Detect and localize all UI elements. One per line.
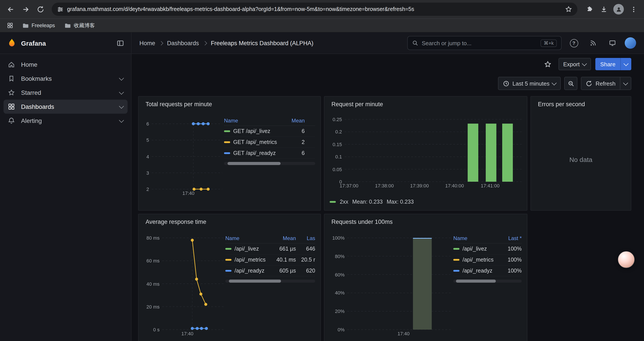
search-shortcut-kbd: ⌘+k [540, 39, 557, 47]
time-range-picker[interactable]: Last 5 minutes [498, 77, 561, 90]
legend-series-name[interactable]: /api/_metrics [225, 257, 266, 263]
legend-column-header[interactable]: Las [296, 235, 315, 241]
downloads-icon[interactable] [597, 2, 611, 16]
legend-h-scrollbar[interactable] [224, 162, 315, 165]
x-axis-tick: 17:41:00 [481, 183, 500, 188]
panel-title[interactable]: Errors per second [536, 100, 626, 109]
bookmark-star-icon[interactable] [565, 6, 572, 13]
legend-series-name[interactable]: /api/_readyz [453, 268, 496, 274]
forward-button[interactable] [18, 2, 32, 16]
plot-area[interactable] [162, 238, 224, 329]
bookmark-folder-freeleaps[interactable]: Freeleaps [19, 21, 58, 30]
timeseries-chart[interactable]: 65432 17:40 [144, 124, 222, 196]
y-axis-tick: 40 ms [146, 281, 160, 286]
sidebar-item-starred[interactable]: Starred [4, 86, 128, 100]
bookmark-label: Freeleaps [32, 22, 55, 29]
legend-h-scrollbar[interactable] [453, 279, 522, 283]
refresh-button[interactable]: Refresh [581, 77, 631, 90]
panel-title[interactable]: Average response time [144, 218, 315, 226]
legend-series-name[interactable]: /api/_livez [225, 246, 266, 252]
legend-column-header[interactable]: Name [224, 118, 283, 124]
back-button[interactable] [4, 2, 18, 16]
help-button[interactable] [567, 36, 581, 50]
scrollbar-thumb[interactable] [456, 279, 496, 283]
search-input[interactable]: Search or jump to... ⌘+k [407, 36, 562, 50]
chevron-down-icon[interactable] [119, 90, 124, 95]
search-icon [412, 40, 418, 46]
scrollbar-thumb[interactable] [228, 162, 280, 165]
grafana-logo[interactable] [7, 38, 17, 48]
legend-column-header[interactable]: Mean [283, 118, 305, 124]
home-icon [8, 61, 16, 68]
reload-button[interactable] [33, 2, 47, 16]
legend-series-name[interactable]: /api/_livez [453, 246, 496, 252]
sidebar-item-home[interactable]: Home [4, 58, 128, 72]
url-text[interactable]: grafana.mathmast.com/d/deytv4rwavabkb/fr… [67, 6, 414, 12]
favorite-star-button[interactable] [542, 58, 554, 70]
export-button[interactable]: Export [558, 58, 591, 70]
plot-area[interactable] [344, 119, 522, 182]
zoom-out-button[interactable] [564, 77, 578, 90]
legend-series-name[interactable]: GET /api/_metrics [224, 139, 283, 145]
extensions-icon[interactable] [582, 2, 596, 16]
screen: grafana.mathmast.com/d/deytv4rwavabkb/fr… [0, 0, 644, 341]
news-rss-button[interactable] [586, 36, 600, 50]
url-bar[interactable]: grafana.mathmast.com/d/deytv4rwavabkb/fr… [52, 3, 577, 16]
y-axis-tick: 60 ms [146, 258, 160, 263]
y-axis-tick: 0.15 [332, 142, 342, 147]
sidebar-item-alerting[interactable]: Alerting [4, 114, 128, 128]
y-axis-tick: 40% [335, 290, 344, 295]
folder-icon [65, 22, 71, 29]
chevron-down-icon[interactable] [119, 104, 124, 109]
breadcrumb-current: Freeleaps Metrics Dashboard (ALPHA) [211, 40, 314, 46]
chevron-down-icon[interactable] [119, 118, 124, 123]
timeseries-chart[interactable]: 80 ms60 ms40 ms20 ms0 s 17:40 [144, 238, 224, 336]
sidebar-item-bookmarks[interactable]: Bookmarks [4, 72, 128, 86]
site-settings-icon[interactable] [57, 6, 64, 13]
refresh-interval-toggle[interactable] [620, 77, 631, 90]
sidebar-item-dashboards[interactable]: Dashboards [4, 100, 128, 114]
panel-title[interactable]: Request per minute [330, 100, 522, 109]
legend-column-header[interactable]: Name [225, 235, 266, 241]
panel-row-1: Total requests per minute 65432 17:40 Na… [138, 96, 631, 211]
legend-value: 20.5 r [296, 257, 315, 263]
chevron-down-icon[interactable] [119, 76, 124, 81]
legend-column-header[interactable]: Last * [496, 235, 522, 241]
legend-series-name[interactable]: /api/_readyz [225, 268, 266, 274]
legend-series-name[interactable]: GET /api/_readyz [224, 150, 283, 156]
apps-grid-icon[interactable] [4, 20, 16, 31]
share-menu-toggle[interactable] [620, 58, 631, 70]
y-axis-tick: 4 [146, 154, 149, 159]
legend-series-name[interactable]: 2xx [340, 199, 348, 205]
y-axis-tick: 80 ms [146, 235, 160, 240]
breadcrumb-dashboards[interactable]: Dashboards [167, 40, 199, 46]
scrollbar-thumb[interactable] [229, 279, 281, 283]
user-avatar[interactable] [625, 37, 636, 49]
grafana-body: Home Bookmarks Starred Dashbo [0, 54, 644, 341]
legend-series-name[interactable]: /api/_metrics [453, 257, 496, 263]
bar-chart[interactable]: 0.250.20.150.10.050 17:37:0017:38:0017:3… [330, 119, 522, 189]
breadcrumb-home[interactable]: Home [140, 40, 155, 46]
legend-column-header[interactable]: Name [453, 235, 496, 241]
floating-assistant-avatar[interactable] [618, 251, 635, 268]
folder-icon [22, 22, 29, 29]
legend-value: 605 µs [266, 268, 296, 274]
plot-area[interactable] [152, 124, 222, 189]
browser-menu-kebab-icon[interactable] [626, 2, 640, 16]
legend-h-scrollbar[interactable] [225, 279, 315, 283]
panel-title[interactable]: Requests under 100ms [330, 218, 522, 226]
browser-toolbar: grafana.mathmast.com/d/deytv4rwavabkb/fr… [0, 0, 644, 19]
panel-title[interactable]: Total requests per minute [144, 100, 315, 109]
x-axis-labels: 17:40 [162, 329, 224, 336]
browser-profile-avatar[interactable] [612, 2, 626, 16]
panel-average-response-time: Average response time 80 ms60 ms40 ms20 … [138, 214, 321, 341]
share-button[interactable]: Share [596, 58, 631, 70]
chevron-down-icon [623, 80, 628, 85]
display-monitor-button[interactable] [606, 36, 620, 50]
plot-area[interactable] [347, 238, 452, 329]
bar-chart[interactable]: 100%80%60%40%20%0% 17:40 [330, 238, 452, 336]
legend-series-name[interactable]: GET /api/_livez [224, 128, 283, 134]
bookmark-folder-blogs[interactable]: 收藏博客 [62, 21, 98, 31]
sidebar-toggle-icon[interactable] [116, 39, 124, 47]
legend-column-header[interactable]: Mean [266, 235, 296, 241]
